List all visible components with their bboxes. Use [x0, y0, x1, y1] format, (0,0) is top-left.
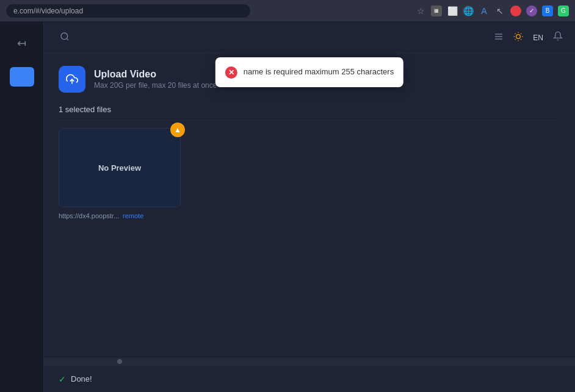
main-content: ✕ name is required maximum 255 character… — [44, 22, 575, 392]
svg-line-1 — [67, 38, 68, 40]
browser-bar: e.com/#/video/upload ☆ ▦ ⬜ 🌐 A ↖ ✓ B G — [0, 0, 575, 22]
bottom-bar: ✓ Done! — [44, 365, 575, 392]
blue-ext-icon[interactable]: B — [542, 5, 553, 16]
file-warning-badge: ▲ — [170, 123, 185, 137]
svg-line-12 — [515, 39, 516, 40]
qr-icon[interactable]: ▦ — [431, 5, 442, 16]
file-remote-badge[interactable]: remote — [123, 212, 143, 219]
app-layout: ↤ ✕ name is required maximum 255 charact… — [0, 22, 575, 392]
toast-error-icon: ✕ — [225, 66, 237, 79]
check-ext-icon[interactable]: ✓ — [526, 5, 537, 16]
bookmark-icon[interactable]: ☆ — [415, 5, 426, 16]
search-button[interactable] — [56, 28, 73, 48]
done-check-icon: ✓ — [59, 374, 66, 384]
svg-point-5 — [516, 34, 521, 38]
upload-title: Upload Video — [94, 69, 217, 80]
svg-line-9 — [521, 39, 522, 40]
menu-icon[interactable] — [494, 32, 504, 44]
svg-line-13 — [521, 33, 522, 34]
cursor-icon[interactable]: ↖ — [494, 5, 505, 16]
file-url: https://dx4.poopstr... — [59, 212, 119, 219]
file-card: No Preview ▲ https://dx4.poopstr... remo… — [59, 128, 181, 219]
page-content: Upload Video Max 20G per file, max 20 fi… — [44, 54, 575, 358]
top-nav-right: EN — [494, 31, 563, 44]
upload-subtitle: Max 20G per file, max 20 files at once — [94, 81, 217, 90]
upload-icon-circle — [59, 66, 85, 93]
upload-info: Upload Video Max 20G per file, max 20 fi… — [94, 69, 217, 90]
browser-url[interactable]: e.com/#/video/upload — [6, 4, 250, 18]
back-button[interactable]: ↤ — [12, 32, 31, 55]
language-badge[interactable]: EN — [533, 34, 543, 42]
toast-notification: ✕ name is required maximum 255 character… — [215, 57, 403, 87]
file-grid: No Preview ▲ https://dx4.poopstr... remo… — [59, 128, 560, 219]
translate-icon[interactable]: A — [479, 5, 490, 16]
selected-files-label: 1 selected files — [59, 105, 560, 121]
browser-icons: ☆ ▦ ⬜ 🌐 A ↖ ✓ B G — [415, 5, 569, 16]
pokeball-icon[interactable] — [510, 5, 521, 16]
globe-icon[interactable]: 🌐 — [463, 5, 474, 16]
svg-line-8 — [515, 33, 516, 34]
done-text: Done! — [71, 374, 92, 383]
file-preview: No Preview ▲ — [59, 128, 181, 207]
notification-icon[interactable] — [553, 31, 563, 44]
sidebar-active-item[interactable] — [10, 67, 34, 87]
toast-container: ✕ name is required maximum 255 character… — [215, 57, 403, 87]
cloud-upload-icon — [66, 73, 78, 85]
sun-icon[interactable] — [513, 32, 523, 44]
file-info: https://dx4.poopstr... remote — [59, 212, 181, 219]
scroll-area[interactable] — [44, 358, 575, 365]
top-nav: ✕ name is required maximum 255 character… — [44, 22, 575, 54]
puzzle-icon[interactable]: ⬜ — [447, 5, 458, 16]
scroll-thumb — [117, 359, 122, 364]
green-ext-icon[interactable]: G — [558, 5, 569, 16]
toast-message: name is required maximum 255 characters — [244, 66, 394, 78]
search-icon — [60, 32, 70, 41]
file-preview-text: No Preview — [98, 163, 141, 173]
warning-triangle-icon: ▲ — [174, 126, 181, 134]
svg-point-0 — [61, 33, 68, 40]
sidebar: ↤ — [0, 22, 44, 392]
